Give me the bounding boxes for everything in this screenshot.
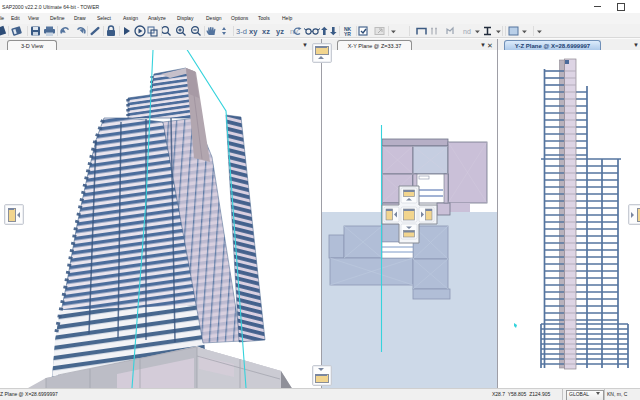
svg-text:3-d: 3-d	[236, 27, 247, 36]
svg-text:xy: xy	[249, 27, 258, 36]
svg-text:YR: YR	[344, 31, 351, 37]
svg-text:yz: yz	[276, 27, 284, 36]
svg-text:xz: xz	[262, 27, 270, 36]
svg-text:nd: nd	[463, 28, 471, 35]
